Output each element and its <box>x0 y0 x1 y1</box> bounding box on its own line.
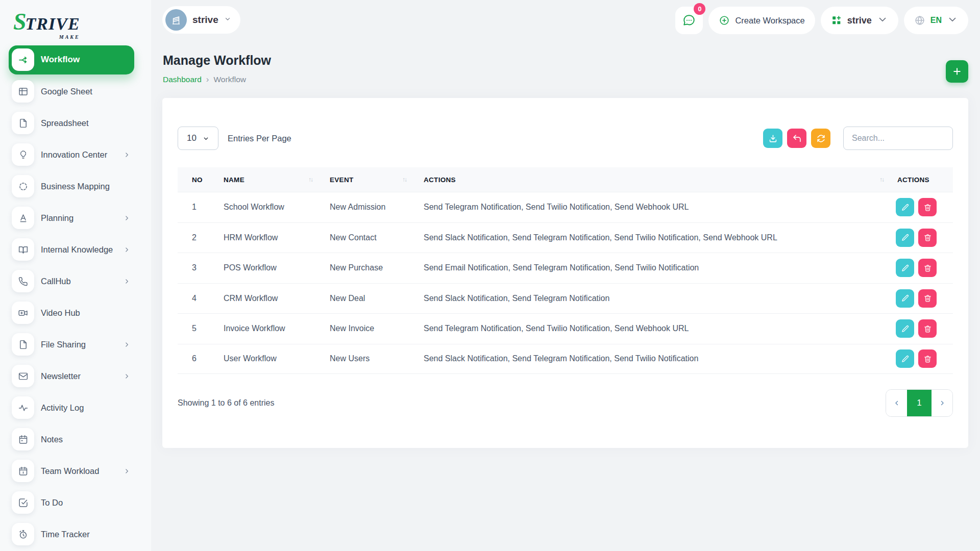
table-row: 6 User Workflow New Users Send Slack Not… <box>178 344 953 374</box>
sidebar-item-team-workload[interactable]: Team Workload <box>0 455 151 487</box>
edit-button[interactable] <box>896 319 914 338</box>
sidebar-item-label: Newsletter <box>41 371 81 381</box>
add-workflow-button[interactable] <box>946 60 968 83</box>
undo-arrow-icon <box>792 134 802 143</box>
sidebar-item-label: To Do <box>41 498 63 508</box>
sidebar-item-internal-knowledge[interactable]: Internal Knowledge <box>0 234 151 265</box>
delete-button[interactable] <box>918 289 937 308</box>
download-icon <box>768 134 778 143</box>
refresh-icon <box>816 134 826 143</box>
sidebar-item-callhub[interactable]: CallHub <box>0 265 151 297</box>
sidebar-item-label: Business Mapping <box>41 182 110 191</box>
chevron-down-icon <box>877 14 888 27</box>
breadcrumb-dashboard-link[interactable]: Dashboard <box>163 75 202 84</box>
sidebar-item-label: Workflow <box>41 55 80 65</box>
previous-page-button[interactable] <box>886 390 907 416</box>
sidebar-item-newsletter[interactable]: Newsletter <box>0 360 151 392</box>
table-row: 5 Invoice Workflow New Invoice Send Tele… <box>178 313 953 344</box>
col-header-name[interactable]: NAME↑↓ <box>209 176 315 184</box>
sidebar-item-file-sharing[interactable]: File Sharing <box>0 329 151 360</box>
sidebar-item-google-sheet[interactable]: Google Sheet <box>0 76 151 107</box>
chevron-right-icon <box>124 152 130 158</box>
export-button[interactable] <box>763 129 782 148</box>
cell-no: 2 <box>178 233 209 242</box>
cell-no: 6 <box>178 354 209 363</box>
breadcrumb: Dashboard › Workflow <box>163 74 246 85</box>
trash-icon <box>923 294 932 303</box>
sidebar-item-label: Activity Log <box>41 403 84 413</box>
chat-button[interactable]: 0 <box>675 7 703 34</box>
edit-button[interactable] <box>896 349 914 368</box>
sidebar-item-video-hub[interactable]: Video Hub <box>0 297 151 329</box>
next-page-button[interactable] <box>932 390 952 416</box>
refresh-button[interactable] <box>811 129 830 148</box>
dashed-circle-icon <box>12 175 34 197</box>
workspace-avatar <box>165 9 187 31</box>
col-header-row-actions: ACTIONS <box>887 176 953 184</box>
delete-button[interactable] <box>918 198 937 216</box>
cell-name: School Workflow <box>209 203 315 212</box>
pencil-icon <box>901 324 910 333</box>
sidebar-item-label: Time Tracker <box>41 530 90 539</box>
language-selector[interactable]: EN <box>904 7 968 34</box>
chevron-right-icon <box>124 215 130 221</box>
sidebar-item-label: Video Hub <box>41 308 80 318</box>
sidebar-item-label: Innovation Center <box>41 150 107 160</box>
sidebar: STRIVE MAKE Workflow Google Sheet Spread… <box>0 0 151 551</box>
sidebar-nav: Workflow Google Sheet Spreadsheet Innova… <box>0 44 151 550</box>
tenant-selector[interactable]: strive <box>821 7 898 34</box>
sidebar-item-innovation-center[interactable]: Innovation Center <box>0 139 151 170</box>
pencil-icon <box>901 294 910 303</box>
sidebar-item-label: Planning <box>41 213 74 223</box>
pagination: 1 <box>886 389 953 417</box>
trash-icon <box>923 324 932 333</box>
sort-icon[interactable]: ↑↓ <box>879 176 884 183</box>
delete-button[interactable] <box>918 319 937 338</box>
current-page-button[interactable]: 1 <box>907 390 932 416</box>
delete-button[interactable] <box>918 349 937 368</box>
cell-event: New Purchase <box>315 263 409 272</box>
sidebar-item-planning[interactable]: Planning <box>0 202 151 234</box>
workspace-selector[interactable]: strive <box>162 6 240 34</box>
edit-button[interactable] <box>896 289 914 308</box>
book-open-icon <box>12 238 34 261</box>
main-area: strive 0 Create Workspace strive EN Mana… <box>151 0 980 551</box>
breadcrumb-separator-icon: › <box>206 74 209 85</box>
sidebar-item-label: File Sharing <box>41 340 86 349</box>
sidebar-item-time-tracker[interactable]: Time Tracker <box>0 518 151 550</box>
sidebar-item-notes[interactable]: Notes <box>0 423 151 455</box>
cell-name: User Workflow <box>209 354 315 363</box>
calendar-icon <box>12 460 34 482</box>
sort-icon[interactable]: ↑↓ <box>308 176 312 183</box>
sidebar-item-label: Spreadsheet <box>41 118 89 128</box>
chevron-right-icon <box>124 246 130 253</box>
sidebar-item-to-do[interactable]: To Do <box>0 487 151 518</box>
undo-button[interactable] <box>787 129 806 148</box>
delete-button[interactable] <box>918 229 937 247</box>
sidebar-item-workflow[interactable]: Workflow <box>9 45 134 74</box>
logo-tagline: MAKE <box>59 34 80 40</box>
table-row: 1 School Workflow New Admission Send Tel… <box>178 192 953 222</box>
cell-no: 4 <box>178 294 209 303</box>
entries-per-page-select[interactable]: 10 <box>178 127 218 150</box>
plus-icon <box>952 66 962 77</box>
edit-button[interactable] <box>896 198 914 216</box>
delete-button[interactable] <box>918 259 937 277</box>
col-header-actions[interactable]: ACTIONS↑↓ <box>409 176 887 184</box>
table-row: 4 CRM Workflow New Deal Send Slack Notif… <box>178 283 953 314</box>
logo-s-glyph: S <box>13 10 26 34</box>
edit-button[interactable] <box>896 259 914 277</box>
edit-button[interactable] <box>896 229 914 247</box>
sidebar-item-spreadsheet[interactable]: Spreadsheet <box>0 107 151 139</box>
sidebar-item-business-mapping[interactable]: Business Mapping <box>0 170 151 202</box>
video-plus-icon <box>12 302 34 324</box>
cell-event: New Deal <box>315 294 409 303</box>
col-header-event[interactable]: EVENT↑↓ <box>315 176 409 184</box>
sort-icon[interactable]: ↑↓ <box>402 176 406 183</box>
globe-icon <box>914 15 925 26</box>
create-workspace-button[interactable]: Create Workspace <box>708 7 815 34</box>
search-input[interactable] <box>843 127 953 150</box>
brand-logo[interactable]: STRIVE MAKE <box>0 0 151 44</box>
trash-icon <box>923 355 932 363</box>
sidebar-item-activity-log[interactable]: Activity Log <box>0 392 151 423</box>
